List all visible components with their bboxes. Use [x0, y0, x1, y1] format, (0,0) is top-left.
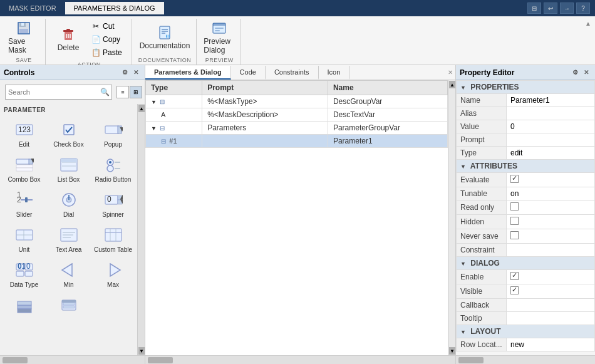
table-row[interactable]: A %<MaskDescription> DescTextVar — [146, 108, 448, 122]
cut-copy-paste-group: ✂ Cut 📄 Copy 📋 Paste — [87, 19, 127, 60]
scroll-down-btn[interactable]: ▼ — [138, 347, 145, 355]
copy-button[interactable]: 📄 Copy — [87, 33, 127, 46]
window-help-btn[interactable]: ? — [576, 3, 590, 14]
panel-settings-btn[interactable]: ⚙ — [120, 68, 130, 78]
prop-value-enable[interactable] — [507, 270, 595, 284]
prop-value-rowlocation[interactable]: new — [507, 338, 595, 351]
col-prompt: Prompt — [202, 81, 328, 95]
tab-icon[interactable]: Icon — [319, 66, 350, 80]
table-row[interactable]: ▼ ⊟ %<MaskType> DescGroupVar — [146, 95, 448, 108]
control-textarea[interactable]: Text Area — [47, 222, 90, 256]
save-mask-icon — [16, 21, 31, 36]
table-header-row: Type Prompt Name — [146, 81, 448, 95]
row3-prompt: Parameters — [202, 122, 328, 135]
save-mask-button[interactable]: Save Mask — [8, 21, 40, 54]
prop-label-hidden: Hidden — [457, 215, 507, 229]
center-scroll-down[interactable]: ▼ — [449, 347, 455, 355]
control-stack2[interactable] — [47, 293, 90, 320]
control-max[interactable]: Max — [91, 257, 135, 291]
left-panel-hscrollbar[interactable] — [0, 355, 145, 364]
table-row-selected[interactable]: ⊟ #1 Parameter1 — [146, 135, 448, 148]
cut-button[interactable]: ✂ Cut — [87, 20, 127, 33]
prop-label-tooltip: Tooltip — [457, 312, 507, 325]
hidden-checkbox[interactable] — [510, 217, 519, 225]
prop-value-type[interactable]: edit — [507, 147, 595, 160]
neversave-checkbox[interactable] — [510, 231, 519, 239]
center-hscrollbar[interactable] — [145, 355, 455, 364]
control-min[interactable]: Min — [47, 257, 90, 291]
layout-collapse-icon[interactable]: ▼ — [460, 329, 466, 335]
center-panel-close[interactable]: ✕ — [448, 69, 453, 76]
svg-point-37 — [107, 165, 113, 172]
control-datatype[interactable]: 01 0 Data Type — [3, 257, 46, 291]
prop-value-readonly[interactable] — [507, 200, 595, 215]
control-checkbox[interactable]: Check Box — [47, 117, 90, 151]
control-radiobutton[interactable]: Radio Button — [91, 152, 135, 186]
control-listbox[interactable]: List Box — [47, 152, 90, 186]
left-panel-scrollbar[interactable]: ▲ ▼ — [137, 104, 145, 355]
prop-value-visible[interactable] — [507, 284, 595, 299]
tab-mask-editor[interactable]: MASK EDITOR — [0, 2, 65, 14]
center-scrollbar[interactable]: ▲ ▼ — [448, 80, 455, 355]
control-customtable[interactable]: Custom Table — [91, 222, 135, 256]
svg-rect-29 — [16, 168, 33, 171]
prop-value-tunable[interactable]: on — [507, 187, 595, 200]
grid-view-btn[interactable]: ⊞ — [130, 86, 142, 98]
control-combobox[interactable]: ▼ Combo Box — [3, 152, 46, 186]
prop-value-tooltip[interactable] — [507, 312, 595, 325]
controls-grid: 123 Edit Check Box — [0, 116, 137, 321]
delete-button[interactable]: Delete — [52, 23, 85, 56]
visible-checkbox[interactable] — [510, 286, 519, 294]
tab-parameters-dialog[interactable]: PARAMETERS & DIALOG — [65, 2, 164, 14]
readonly-checkbox[interactable] — [510, 202, 519, 211]
prop-value-value[interactable]: 0 — [507, 120, 595, 133]
attributes-collapse-icon[interactable]: ▼ — [460, 164, 466, 170]
tab-constraints[interactable]: Constraints — [266, 66, 319, 80]
prop-value-name[interactable]: Parameter1 — [507, 94, 595, 107]
prop-close-btn[interactable]: ✕ — [581, 68, 591, 78]
window-undo-btn[interactable]: ↩ — [544, 3, 557, 14]
prop-settings-btn[interactable]: ⚙ — [570, 68, 580, 78]
preview-dialog-button[interactable]: Preview Dialog — [203, 21, 235, 54]
svg-text:▼: ▼ — [118, 197, 123, 205]
table-row[interactable]: ▼ ⊟ Parameters ParameterGroupVar — [146, 122, 448, 135]
property-editor-title: Property Editor — [460, 68, 514, 77]
right-panel-hscrollbar[interactable] — [456, 355, 595, 364]
center-scroll-track — [448, 89, 455, 346]
dialog-collapse-icon[interactable]: ▼ — [460, 261, 466, 267]
center-scroll-up[interactable]: ▲ — [449, 81, 455, 88]
control-slider[interactable]: 1 2 Slider — [3, 187, 46, 221]
prop-value-prompt[interactable] — [507, 133, 595, 147]
prop-value-evaluate[interactable] — [507, 173, 595, 187]
properties-collapse-icon[interactable]: ▼ — [460, 85, 466, 91]
documentation-label: Documentation — [140, 41, 190, 50]
list-view-btn[interactable]: ≡ — [116, 86, 129, 98]
window-minimize-btn[interactable]: ⊟ — [527, 3, 541, 14]
prop-value-hidden[interactable] — [507, 215, 595, 229]
tab-code[interactable]: Code — [231, 66, 266, 80]
prop-value-callback[interactable] — [507, 299, 595, 312]
window-redo-btn[interactable]: → — [560, 3, 574, 14]
prop-value-alias[interactable] — [507, 107, 595, 120]
enable-checkbox[interactable] — [510, 272, 519, 280]
prop-row-hidden: Hidden — [457, 215, 595, 229]
prop-value-neversave[interactable] — [507, 229, 595, 244]
scroll-up-btn[interactable]: ▲ — [138, 105, 145, 112]
search-input[interactable] — [6, 87, 98, 97]
paste-button[interactable]: 📋 Paste — [87, 46, 127, 59]
tab-parameters-dialog-main[interactable]: Parameters & Dialog — [145, 66, 231, 80]
control-popup[interactable]: ▼ Popup — [91, 117, 135, 151]
panel-close-btn[interactable]: ✕ — [131, 68, 141, 78]
control-stack1[interactable] — [3, 293, 46, 320]
search-button[interactable]: 🔍 — [98, 85, 111, 99]
control-unit[interactable]: Unit — [3, 222, 46, 256]
control-dial[interactable]: Dial — [47, 187, 90, 221]
prop-value-constraint[interactable] — [507, 244, 595, 257]
row4-name: Parameter1 — [328, 135, 447, 148]
documentation-button[interactable]: i Documentation — [148, 21, 181, 54]
datatype-control-icon: 01 0 — [14, 261, 34, 279]
control-spinner[interactable]: 0 ▲ ▼ Spinner — [91, 187, 135, 221]
toolbar-collapse-btn[interactable]: ▲ — [585, 20, 592, 28]
evaluate-checkbox[interactable] — [510, 175, 519, 183]
control-edit[interactable]: 123 Edit — [3, 117, 46, 151]
